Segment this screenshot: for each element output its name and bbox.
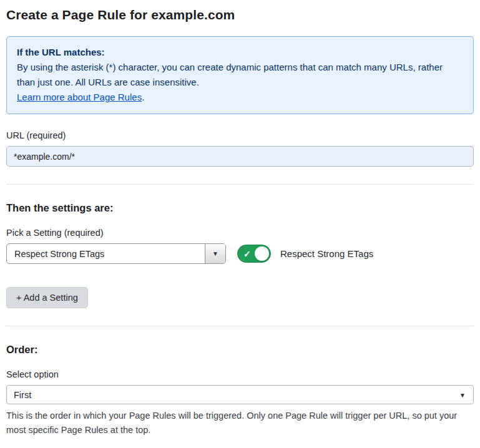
page-title: Create a Page Rule for example.com: [6, 7, 474, 22]
add-setting-button[interactable]: + Add a Setting: [6, 287, 88, 308]
order-select-value: First: [14, 390, 31, 400]
learn-more-link[interactable]: Learn more about Page Rules: [17, 92, 142, 102]
settings-heading: Then the settings are:: [6, 202, 474, 214]
info-box-heading: If the URL matches:: [17, 45, 463, 60]
setting-dropdown[interactable]: Respect Strong ETags ▼: [6, 243, 226, 264]
pick-setting-label: Pick a Setting (required): [6, 228, 474, 238]
chevron-down-icon[interactable]: ▼: [205, 244, 225, 263]
setting-row: Respect Strong ETags ▼ ✓ Respect Strong …: [6, 243, 474, 264]
page-rule-form: Create a Page Rule for example.com If th…: [0, 0, 480, 448]
chevron-down-icon: ▼: [459, 391, 466, 398]
link-suffix: .: [142, 92, 144, 102]
url-match-info-box: If the URL matches: By using the asteris…: [6, 36, 474, 114]
toggle-knob: [255, 246, 269, 261]
order-help-text: This is the order in which your Page Rul…: [6, 409, 471, 437]
order-select-label: Select option: [6, 369, 474, 379]
url-input[interactable]: [6, 146, 474, 167]
info-box-body: By using the asterisk (*) character, you…: [17, 60, 463, 90]
divider: [6, 326, 474, 326]
etags-toggle[interactable]: ✓: [237, 245, 271, 263]
order-select[interactable]: First ▼: [6, 385, 474, 404]
url-label: URL (required): [6, 130, 474, 140]
divider: [6, 184, 474, 185]
check-icon: ✓: [243, 248, 251, 258]
info-box-link-line: Learn more about Page Rules.: [17, 90, 463, 105]
toggle-label: Respect Strong ETags: [280, 248, 373, 259]
order-heading: Order:: [6, 344, 474, 356]
setting-dropdown-value: Respect Strong ETags: [7, 244, 205, 263]
